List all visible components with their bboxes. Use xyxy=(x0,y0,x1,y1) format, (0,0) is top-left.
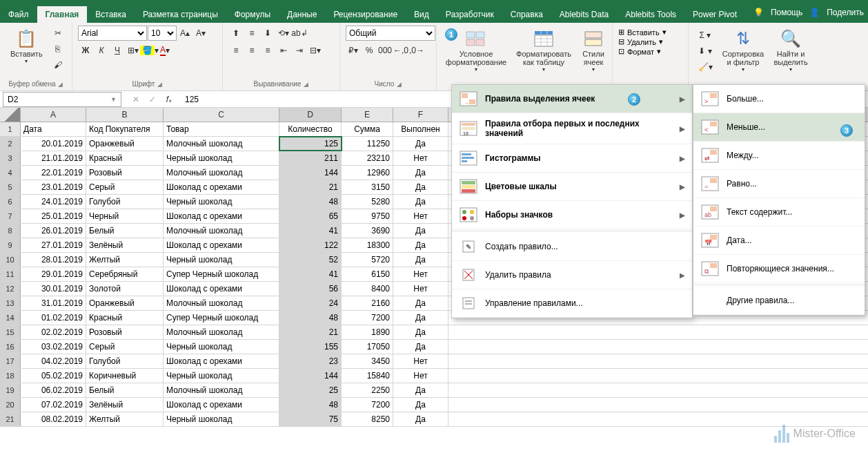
cell[interactable]: Черный шоколад xyxy=(164,340,279,354)
header-cell[interactable]: Выполнен xyxy=(393,122,448,136)
cell[interactable]: Супер Черный шоколад xyxy=(164,311,279,325)
cell[interactable]: 18300 xyxy=(342,238,393,252)
cell[interactable]: Да xyxy=(393,180,448,194)
align-right-button[interactable]: ≡ xyxy=(260,43,275,58)
cell[interactable]: 17050 xyxy=(342,340,393,354)
row-header[interactable]: 9 xyxy=(0,238,21,252)
insert-cells-button[interactable]: ⊞ Вставить ▾ xyxy=(618,28,667,37)
cell[interactable]: 12960 xyxy=(342,166,393,180)
cell[interactable]: 02.02.2019 xyxy=(21,325,86,339)
cell[interactable]: Черный шоколад xyxy=(164,412,279,426)
header-cell[interactable]: Сумма xyxy=(342,122,393,136)
cell[interactable]: Да xyxy=(393,137,448,151)
column-header[interactable]: D xyxy=(279,108,342,122)
menu-item[interactable]: ✎Создать правило... xyxy=(452,233,692,261)
menu-item[interactable]: Другие правила... xyxy=(693,287,865,315)
cell[interactable]: Молочный шоколад xyxy=(164,166,279,180)
percent-button[interactable]: % xyxy=(362,43,377,58)
row-header[interactable]: 8 xyxy=(0,224,21,238)
row-header[interactable]: 7 xyxy=(0,209,21,223)
tab-рецензирование[interactable]: Рецензирование xyxy=(325,6,406,23)
menu-item[interactable]: ⧉Повторяющиеся значения... xyxy=(693,255,865,283)
cell[interactable]: Красный xyxy=(86,311,164,325)
row-header[interactable]: 19 xyxy=(0,383,21,397)
cell[interactable]: Белый xyxy=(86,224,164,238)
cell[interactable]: 07.02.2019 xyxy=(21,398,86,412)
row-header[interactable]: 1 xyxy=(0,122,21,136)
menu-item[interactable]: >Больше... xyxy=(693,85,865,113)
cell[interactable]: Черный шоколад xyxy=(164,151,279,165)
row-header[interactable]: 18 xyxy=(0,369,21,383)
cell[interactable]: 52 xyxy=(279,253,342,267)
cell[interactable]: Молочный шоколад xyxy=(164,383,279,397)
cell[interactable]: 155 xyxy=(279,340,342,354)
cut-button[interactable]: ✂ xyxy=(50,26,66,41)
cell[interactable]: Черный шоколад xyxy=(164,253,279,267)
cell[interactable]: 5280 xyxy=(342,195,393,209)
copy-button[interactable]: ⎘ xyxy=(50,41,66,57)
row-header[interactable]: 3 xyxy=(0,151,21,165)
cell[interactable]: 21 xyxy=(279,180,342,194)
row-header[interactable]: 16 xyxy=(0,340,21,354)
cell[interactable]: Коричневый xyxy=(86,369,164,383)
tab-разметка страницы[interactable]: Разметка страницы xyxy=(135,6,226,23)
cell[interactable]: Черный шоколад xyxy=(164,369,279,383)
menu-item[interactable]: →Правила выделения ячеек▶ xyxy=(452,85,692,113)
menu-item[interactable]: abТекст содержит... xyxy=(693,198,865,227)
font-name-select[interactable]: Arial xyxy=(78,26,147,41)
cell[interactable]: 5720 xyxy=(342,253,393,267)
row-header[interactable]: 17 xyxy=(0,354,21,368)
menu-item[interactable]: Цветовые шкалы▶ xyxy=(452,173,692,201)
cell[interactable]: 8250 xyxy=(342,412,393,426)
cell[interactable]: Молочный шоколад xyxy=(164,224,279,238)
cell[interactable]: Молочный шоколад xyxy=(164,137,279,151)
decrease-decimal-button[interactable]: ,0→ xyxy=(409,43,424,58)
wrap-text-button[interactable]: ab↲ xyxy=(292,26,307,41)
cell[interactable]: Шоколад с орехами xyxy=(164,282,279,296)
conditional-formatting-button[interactable]: Условное форматирование▾ 1 xyxy=(442,26,510,75)
cell[interactable]: 23210 xyxy=(342,151,393,165)
menu-item[interactable]: Наборы значков▶ xyxy=(452,201,692,229)
align-left-button[interactable]: ≡ xyxy=(228,43,244,58)
cell[interactable]: 28.01.2019 xyxy=(21,253,86,267)
cell[interactable]: 06.02.2019 xyxy=(21,383,86,397)
column-header[interactable]: A xyxy=(21,108,86,122)
menu-item[interactable]: ⇄Между... xyxy=(693,142,865,170)
tab-вид[interactable]: Вид xyxy=(406,6,437,23)
menu-item[interactable]: <Меньше... xyxy=(693,113,865,142)
format-as-table-button[interactable]: Форматировать как таблицу▾ xyxy=(513,26,575,75)
cell[interactable]: Да xyxy=(393,325,448,339)
format-painter-button[interactable]: 🖌 xyxy=(50,57,66,73)
column-header[interactable]: F xyxy=(393,108,448,122)
cell[interactable]: 125 xyxy=(279,137,342,151)
cell[interactable]: 01.02.2019 xyxy=(21,311,86,325)
sort-filter-button[interactable]: ⇅ Сортировка и фильтр▾ xyxy=(719,26,767,75)
increase-decimal-button[interactable]: ←,0 xyxy=(393,43,408,58)
cell[interactable]: 20.01.2019 xyxy=(21,137,86,151)
cell[interactable]: Золотой xyxy=(86,282,164,296)
cell[interactable]: Нет xyxy=(393,282,448,296)
cell[interactable]: Голубой xyxy=(86,354,164,368)
cell[interactable]: 122 xyxy=(279,238,342,252)
font-size-select[interactable]: 10 xyxy=(148,26,177,41)
cell[interactable]: Да xyxy=(393,383,448,397)
cell-styles-button[interactable]: Стили ячеек▾ xyxy=(578,26,609,75)
cell[interactable]: 24 xyxy=(279,296,342,310)
cell[interactable]: 15840 xyxy=(342,369,393,383)
column-header[interactable]: C xyxy=(164,108,279,122)
cell[interactable]: Да xyxy=(393,224,448,238)
cell[interactable]: 05.02.2019 xyxy=(21,369,86,383)
cell[interactable]: Молочный шоколад xyxy=(164,325,279,339)
cell[interactable]: 41 xyxy=(279,224,342,238)
cell[interactable]: Нет xyxy=(393,354,448,368)
cell[interactable]: 8400 xyxy=(342,282,393,296)
font-color-button[interactable]: A▾ xyxy=(157,43,172,58)
share-icon[interactable]: 👤 xyxy=(809,8,820,17)
cell[interactable]: 24.01.2019 xyxy=(21,195,86,209)
cell[interactable]: Розовый xyxy=(86,166,164,180)
column-header[interactable]: E xyxy=(342,108,393,122)
row-header[interactable]: 14 xyxy=(0,311,21,325)
header-cell[interactable]: Товар xyxy=(164,122,279,136)
menu-item[interactable]: 10Правила отбора первых и последних знач… xyxy=(452,113,692,144)
cell[interactable]: 9750 xyxy=(342,209,393,223)
